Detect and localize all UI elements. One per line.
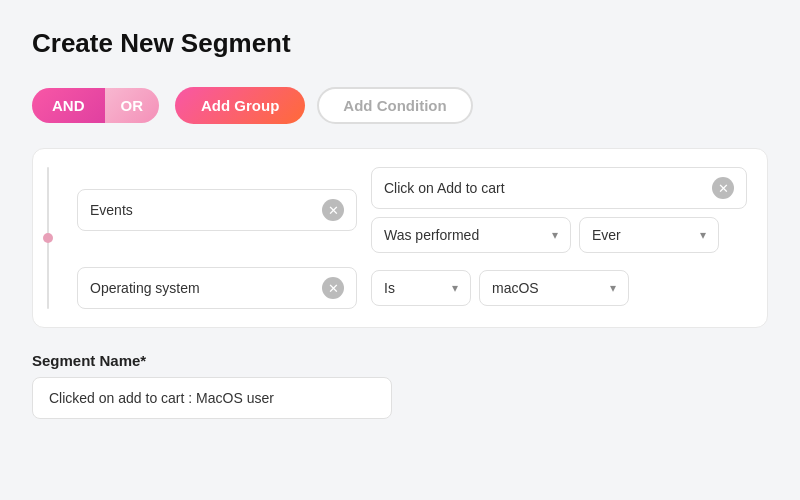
page-title: Create New Segment — [32, 28, 768, 59]
condition-row-1: Events ✕ Click on Add to cart ✕ Was perf… — [77, 167, 747, 253]
event-sub-row: Was performed ▾ Ever ▾ — [371, 217, 747, 253]
add-group-button[interactable]: Add Group — [175, 87, 305, 124]
event-details-group: Click on Add to cart ✕ Was performed ▾ E… — [371, 167, 747, 253]
event-name-row[interactable]: Click on Add to cart ✕ — [371, 167, 747, 209]
toolbar: AND OR Add Group Add Condition — [32, 87, 768, 124]
add-condition-button[interactable]: Add Condition — [317, 87, 472, 124]
os-value-label: macOS — [492, 280, 539, 296]
or-button[interactable]: OR — [105, 88, 160, 123]
events-close-button[interactable]: ✕ — [322, 199, 344, 221]
os-operator-chevron: ▾ — [452, 281, 458, 295]
ever-label: Ever — [592, 227, 621, 243]
os-value-select[interactable]: macOS ▾ — [479, 270, 629, 306]
events-field-select[interactable]: Events ✕ — [77, 189, 357, 231]
segment-name-input[interactable] — [32, 377, 392, 419]
os-field-label: Operating system — [90, 280, 200, 296]
os-operator-label: Is — [384, 280, 395, 296]
condition-row-2: Operating system ✕ Is ▾ macOS ▾ — [77, 267, 747, 309]
and-button[interactable]: AND — [32, 88, 105, 123]
os-operator-value-group: Is ▾ macOS ▾ — [371, 270, 629, 306]
events-field-label: Events — [90, 202, 133, 218]
conditions-area: Events ✕ Click on Add to cart ✕ Was perf… — [32, 148, 768, 328]
ever-select[interactable]: Ever ▾ — [579, 217, 719, 253]
was-performed-select[interactable]: Was performed ▾ — [371, 217, 571, 253]
segment-name-label: Segment Name* — [32, 352, 768, 369]
segment-name-section: Segment Name* — [32, 352, 768, 419]
ever-chevron: ▾ — [700, 228, 706, 242]
event-name-label: Click on Add to cart — [384, 180, 704, 196]
os-close-button[interactable]: ✕ — [322, 277, 344, 299]
os-operator-select[interactable]: Is ▾ — [371, 270, 471, 306]
was-performed-label: Was performed — [384, 227, 479, 243]
was-performed-chevron: ▾ — [552, 228, 558, 242]
event-name-close-button[interactable]: ✕ — [712, 177, 734, 199]
os-value-chevron: ▾ — [610, 281, 616, 295]
os-field-select[interactable]: Operating system ✕ — [77, 267, 357, 309]
